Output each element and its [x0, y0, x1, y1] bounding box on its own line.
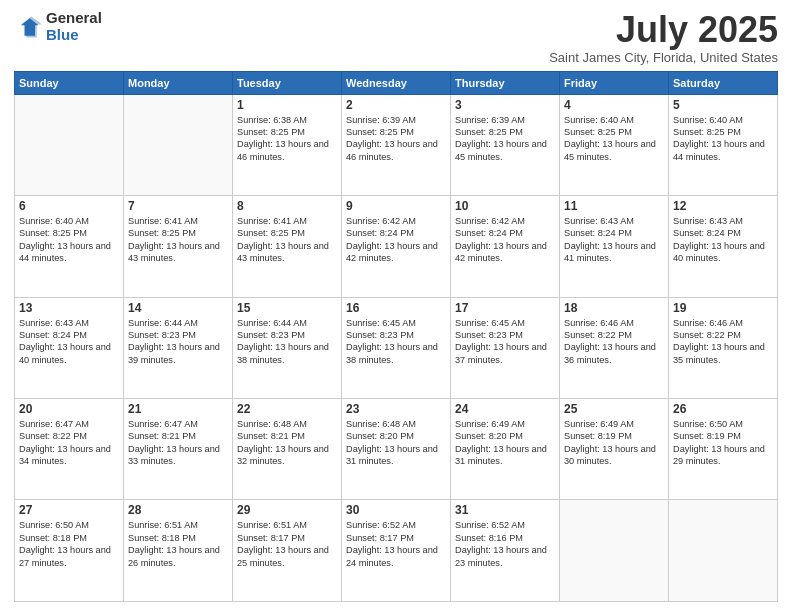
calendar-week-row: 6Sunrise: 6:40 AMSunset: 8:25 PMDaylight… [15, 196, 778, 297]
day-number: 6 [19, 199, 119, 213]
day-info: Sunrise: 6:48 AMSunset: 8:21 PMDaylight:… [237, 418, 337, 468]
day-number: 21 [128, 402, 228, 416]
table-row: 12Sunrise: 6:43 AMSunset: 8:24 PMDayligh… [669, 196, 778, 297]
table-row: 24Sunrise: 6:49 AMSunset: 8:20 PMDayligh… [451, 399, 560, 500]
table-row: 31Sunrise: 6:52 AMSunset: 8:16 PMDayligh… [451, 500, 560, 602]
table-row: 10Sunrise: 6:42 AMSunset: 8:24 PMDayligh… [451, 196, 560, 297]
day-info: Sunrise: 6:48 AMSunset: 8:20 PMDaylight:… [346, 418, 446, 468]
table-row: 21Sunrise: 6:47 AMSunset: 8:21 PMDayligh… [124, 399, 233, 500]
table-row: 14Sunrise: 6:44 AMSunset: 8:23 PMDayligh… [124, 297, 233, 398]
table-row: 20Sunrise: 6:47 AMSunset: 8:22 PMDayligh… [15, 399, 124, 500]
day-number: 11 [564, 199, 664, 213]
table-row: 7Sunrise: 6:41 AMSunset: 8:25 PMDaylight… [124, 196, 233, 297]
day-info: Sunrise: 6:44 AMSunset: 8:23 PMDaylight:… [237, 317, 337, 367]
day-number: 24 [455, 402, 555, 416]
day-info: Sunrise: 6:45 AMSunset: 8:23 PMDaylight:… [346, 317, 446, 367]
day-info: Sunrise: 6:41 AMSunset: 8:25 PMDaylight:… [237, 215, 337, 265]
day-info: Sunrise: 6:47 AMSunset: 8:21 PMDaylight:… [128, 418, 228, 468]
table-row: 29Sunrise: 6:51 AMSunset: 8:17 PMDayligh… [233, 500, 342, 602]
table-row: 26Sunrise: 6:50 AMSunset: 8:19 PMDayligh… [669, 399, 778, 500]
day-number: 5 [673, 98, 773, 112]
day-info: Sunrise: 6:47 AMSunset: 8:22 PMDaylight:… [19, 418, 119, 468]
day-number: 3 [455, 98, 555, 112]
day-number: 27 [19, 503, 119, 517]
svg-marker-2 [21, 16, 42, 37]
day-info: Sunrise: 6:46 AMSunset: 8:22 PMDaylight:… [564, 317, 664, 367]
table-row: 23Sunrise: 6:48 AMSunset: 8:20 PMDayligh… [342, 399, 451, 500]
table-row: 4Sunrise: 6:40 AMSunset: 8:25 PMDaylight… [560, 94, 669, 195]
col-saturday: Saturday [669, 71, 778, 94]
table-row: 9Sunrise: 6:42 AMSunset: 8:24 PMDaylight… [342, 196, 451, 297]
table-row: 1Sunrise: 6:38 AMSunset: 8:25 PMDaylight… [233, 94, 342, 195]
day-number: 23 [346, 402, 446, 416]
day-info: Sunrise: 6:45 AMSunset: 8:23 PMDaylight:… [455, 317, 555, 367]
day-info: Sunrise: 6:40 AMSunset: 8:25 PMDaylight:… [19, 215, 119, 265]
day-info: Sunrise: 6:43 AMSunset: 8:24 PMDaylight:… [19, 317, 119, 367]
table-row: 15Sunrise: 6:44 AMSunset: 8:23 PMDayligh… [233, 297, 342, 398]
day-info: Sunrise: 6:51 AMSunset: 8:17 PMDaylight:… [237, 519, 337, 569]
day-info: Sunrise: 6:41 AMSunset: 8:25 PMDaylight:… [128, 215, 228, 265]
title-block: July 2025 Saint James City, Florida, Uni… [549, 10, 778, 65]
title-location: Saint James City, Florida, United States [549, 50, 778, 65]
day-number: 10 [455, 199, 555, 213]
table-row: 18Sunrise: 6:46 AMSunset: 8:22 PMDayligh… [560, 297, 669, 398]
table-row: 27Sunrise: 6:50 AMSunset: 8:18 PMDayligh… [15, 500, 124, 602]
day-info: Sunrise: 6:52 AMSunset: 8:17 PMDaylight:… [346, 519, 446, 569]
logo-general: General [46, 10, 102, 27]
calendar-table: Sunday Monday Tuesday Wednesday Thursday… [14, 71, 778, 602]
day-number: 12 [673, 199, 773, 213]
day-number: 2 [346, 98, 446, 112]
col-sunday: Sunday [15, 71, 124, 94]
day-info: Sunrise: 6:43 AMSunset: 8:24 PMDaylight:… [673, 215, 773, 265]
day-number: 4 [564, 98, 664, 112]
table-row [124, 94, 233, 195]
col-monday: Monday [124, 71, 233, 94]
day-number: 29 [237, 503, 337, 517]
col-tuesday: Tuesday [233, 71, 342, 94]
day-number: 8 [237, 199, 337, 213]
day-number: 14 [128, 301, 228, 315]
col-wednesday: Wednesday [342, 71, 451, 94]
day-number: 28 [128, 503, 228, 517]
day-number: 1 [237, 98, 337, 112]
day-number: 15 [237, 301, 337, 315]
logo: General Blue [14, 10, 102, 43]
page: General Blue July 2025 Saint James City,… [0, 0, 792, 612]
table-row [669, 500, 778, 602]
logo-text: General Blue [46, 10, 102, 43]
day-number: 18 [564, 301, 664, 315]
calendar-week-row: 20Sunrise: 6:47 AMSunset: 8:22 PMDayligh… [15, 399, 778, 500]
table-row: 19Sunrise: 6:46 AMSunset: 8:22 PMDayligh… [669, 297, 778, 398]
table-row: 13Sunrise: 6:43 AMSunset: 8:24 PMDayligh… [15, 297, 124, 398]
table-row: 3Sunrise: 6:39 AMSunset: 8:25 PMDaylight… [451, 94, 560, 195]
table-row: 2Sunrise: 6:39 AMSunset: 8:25 PMDaylight… [342, 94, 451, 195]
table-row: 17Sunrise: 6:45 AMSunset: 8:23 PMDayligh… [451, 297, 560, 398]
table-row [15, 94, 124, 195]
calendar-week-row: 1Sunrise: 6:38 AMSunset: 8:25 PMDaylight… [15, 94, 778, 195]
table-row: 5Sunrise: 6:40 AMSunset: 8:25 PMDaylight… [669, 94, 778, 195]
day-info: Sunrise: 6:42 AMSunset: 8:24 PMDaylight:… [346, 215, 446, 265]
calendar-header-row: Sunday Monday Tuesday Wednesday Thursday… [15, 71, 778, 94]
day-info: Sunrise: 6:50 AMSunset: 8:18 PMDaylight:… [19, 519, 119, 569]
col-thursday: Thursday [451, 71, 560, 94]
day-info: Sunrise: 6:50 AMSunset: 8:19 PMDaylight:… [673, 418, 773, 468]
day-info: Sunrise: 6:51 AMSunset: 8:18 PMDaylight:… [128, 519, 228, 569]
table-row: 22Sunrise: 6:48 AMSunset: 8:21 PMDayligh… [233, 399, 342, 500]
day-number: 22 [237, 402, 337, 416]
title-month: July 2025 [549, 10, 778, 50]
logo-blue: Blue [46, 27, 102, 44]
table-row: 30Sunrise: 6:52 AMSunset: 8:17 PMDayligh… [342, 500, 451, 602]
day-number: 7 [128, 199, 228, 213]
day-info: Sunrise: 6:38 AMSunset: 8:25 PMDaylight:… [237, 114, 337, 164]
day-number: 13 [19, 301, 119, 315]
table-row: 25Sunrise: 6:49 AMSunset: 8:19 PMDayligh… [560, 399, 669, 500]
day-info: Sunrise: 6:40 AMSunset: 8:25 PMDaylight:… [564, 114, 664, 164]
logo-icon [14, 13, 42, 41]
table-row: 6Sunrise: 6:40 AMSunset: 8:25 PMDaylight… [15, 196, 124, 297]
table-row: 16Sunrise: 6:45 AMSunset: 8:23 PMDayligh… [342, 297, 451, 398]
col-friday: Friday [560, 71, 669, 94]
header: General Blue July 2025 Saint James City,… [14, 10, 778, 65]
day-info: Sunrise: 6:43 AMSunset: 8:24 PMDaylight:… [564, 215, 664, 265]
day-number: 26 [673, 402, 773, 416]
calendar-week-row: 27Sunrise: 6:50 AMSunset: 8:18 PMDayligh… [15, 500, 778, 602]
